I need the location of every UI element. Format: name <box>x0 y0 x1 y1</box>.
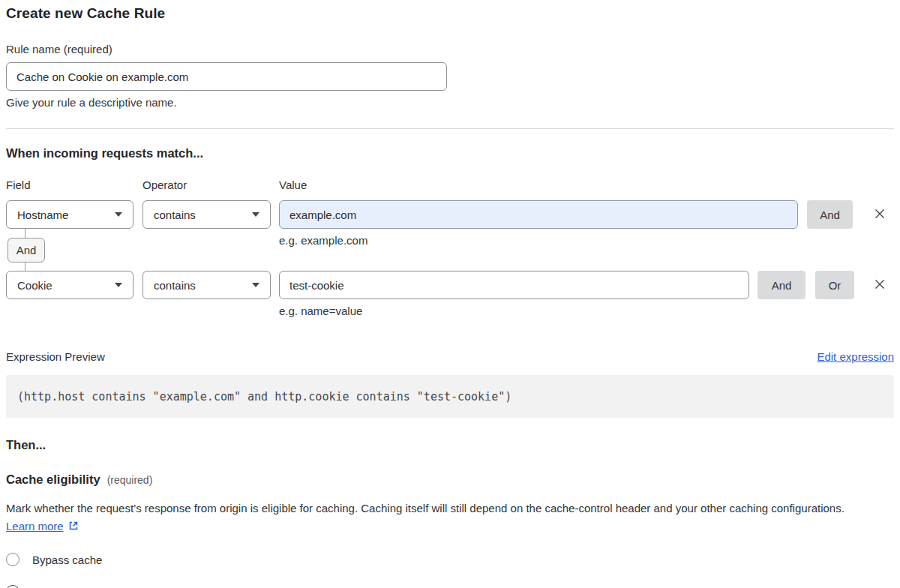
cache-eligibility-description: Mark whether the request’s response from… <box>6 500 874 536</box>
match-heading: When incoming requests match... <box>6 146 894 160</box>
operator-select-2-value: contains <box>154 279 196 292</box>
chevron-down-icon <box>115 212 122 217</box>
edit-expression-link[interactable]: Edit expression <box>817 350 894 363</box>
expression-preview-code: (http.host contains "example.com" and ht… <box>6 375 894 418</box>
value-hint-1: e.g. example.com <box>279 234 894 247</box>
radio-icon <box>6 553 20 566</box>
expression-preview-label: Expression Preview <box>6 350 105 363</box>
connector-line <box>25 262 26 271</box>
x-icon <box>873 207 886 223</box>
rule-name-help: Give your rule a descriptive name. <box>6 96 894 109</box>
chevron-down-icon <box>115 283 122 287</box>
x-icon <box>873 278 886 293</box>
radio-label: Bypass cache <box>32 554 102 566</box>
description-text: Mark whether the request’s response from… <box>6 502 844 514</box>
field-column-label: Field <box>6 178 142 191</box>
operator-select-1-value: contains <box>154 208 196 221</box>
connector-line <box>25 229 26 238</box>
condition-row-1: Hostname contains And <box>6 200 894 229</box>
field-select-2-value: Cookie <box>17 279 52 292</box>
operator-select-1[interactable]: contains <box>142 200 271 229</box>
cache-eligibility-title: Cache eligibility <box>6 472 100 487</box>
value-column-label: Value <box>279 178 307 191</box>
radio-option-eligible-for-cache[interactable]: Eligible for cache <box>6 585 894 588</box>
then-heading: Then... <box>6 438 894 452</box>
condition-row-2: Cookie contains And Or <box>6 271 894 299</box>
chevron-down-icon <box>252 212 260 217</box>
builder-column-labels: Field Operator Value <box>6 178 894 191</box>
required-note: (required) <box>107 474 153 486</box>
rule-builder-rows: Hostname contains And e.g. example.com A… <box>6 200 894 317</box>
value-hint-2: e.g. name=value <box>279 304 894 317</box>
rule-name-input[interactable] <box>6 62 447 91</box>
field-select-1-value: Hostname <box>17 208 68 221</box>
value-input-1[interactable] <box>279 200 798 229</box>
connector-and-button[interactable]: And <box>8 238 45 262</box>
section-divider <box>6 128 894 129</box>
expression-preview-header: Expression Preview Edit expression <box>6 350 894 363</box>
page-title: Create new Cache Rule <box>6 0 894 22</box>
remove-condition-button-1[interactable] <box>872 206 888 223</box>
field-select-2[interactable]: Cookie <box>6 271 134 299</box>
radio-option-bypass-cache[interactable]: Bypass cache <box>6 553 894 566</box>
remove-condition-button-2[interactable] <box>872 277 888 293</box>
external-link-icon <box>68 518 79 536</box>
operator-select-2[interactable]: contains <box>142 271 271 299</box>
chevron-down-icon <box>252 283 260 287</box>
add-or-button-2[interactable]: Or <box>815 271 854 299</box>
cache-eligibility-heading: Cache eligibility (required) <box>6 472 894 487</box>
condition-connector: And <box>8 238 45 262</box>
add-and-button-2[interactable]: And <box>758 271 806 299</box>
field-select-1[interactable]: Hostname <box>6 200 134 229</box>
rule-name-label: Rule name (required) <box>6 43 894 56</box>
value-input-2[interactable] <box>279 271 749 299</box>
create-cache-rule-page: Create new Cache Rule Rule name (require… <box>0 0 900 588</box>
learn-more-link[interactable]: Learn more <box>6 520 64 532</box>
add-and-button-1[interactable]: And <box>807 200 853 229</box>
radio-label: Eligible for cache <box>32 586 125 588</box>
radio-icon <box>6 585 20 588</box>
operator-column-label: Operator <box>142 178 279 191</box>
